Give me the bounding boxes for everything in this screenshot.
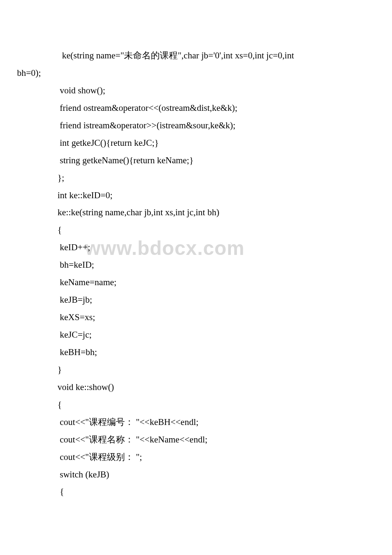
code-line: { [17,221,375,239]
code-line: cout<<"课程级别： "; [17,448,375,466]
code-line: keName=name; [17,274,375,291]
code-line: switch (keJB) [17,466,375,483]
code-line: int getkeJC(){return keJC;} [17,134,375,152]
document-page: www.bdocx.com ke(string name="未命名的课程",ch… [0,0,392,526]
code-line: int ke::keID=0; [17,187,375,204]
code-line: keXS=xs; [17,309,375,326]
code-content: ke(string name="未命名的课程",char jb='0',int … [17,47,375,500]
code-line: bh=keID; [17,256,375,274]
code-line: keJB=jb; [17,291,375,309]
code-line: void ke::show() [17,379,375,396]
code-line: friend istream&operator>>(istream&sour,k… [17,117,375,134]
code-line: cout<<"课程编号： "<<keBH<<endl; [17,413,375,431]
code-line: friend ostream&operator<<(ostream&dist,k… [17,99,375,117]
code-line: keBH=bh; [17,344,375,361]
code-line: bh=0); [17,64,375,82]
code-line: keID++; [17,239,375,256]
code-line: } [17,361,375,379]
code-line: cout<<"课程名称： "<<keName<<endl; [17,431,375,448]
code-line: ke(string name="未命名的课程",char jb='0',int … [17,47,375,64]
code-line: ke::ke(string name,char jb,int xs,int jc… [17,204,375,221]
code-line: { [17,483,375,500]
code-line: { [17,396,375,413]
code-line: string getkeName(){return keName;} [17,152,375,169]
code-line: keJC=jc; [17,326,375,344]
code-line: void show(); [17,82,375,99]
code-line: }; [17,169,375,187]
